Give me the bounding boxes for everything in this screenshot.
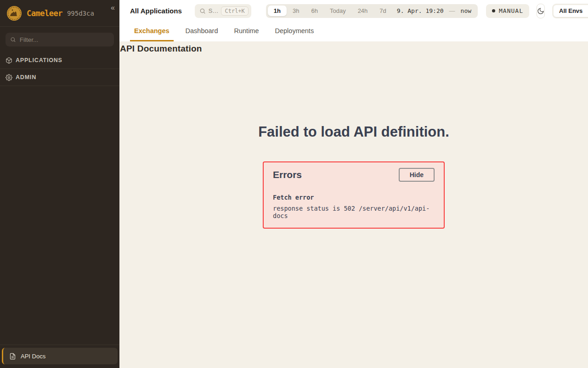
fail-title: Failed to load API definition. <box>119 124 588 140</box>
search-shortcut-badge: Ctrl+K <box>221 6 248 16</box>
dark-mode-toggle[interactable] <box>537 4 545 18</box>
refresh-mode-button[interactable]: MANUAL <box>486 4 529 18</box>
sidebar-item-applications[interactable]: APPLICATIONS <box>0 52 119 69</box>
sidebar-item-label: API Docs <box>21 353 45 360</box>
time-range-6h[interactable]: 6h <box>305 6 323 16</box>
error-message: response status is 502 /server/api/v1/ap… <box>273 205 435 219</box>
moon-icon <box>537 7 544 15</box>
sidebar-item-label: APPLICATIONS <box>16 57 62 63</box>
sidebar: Cameleer 995d3ca « APPLICATIONS ADMIN <box>0 0 119 368</box>
tab-dashboard[interactable]: Dashboard <box>181 27 222 41</box>
errors-panel: Errors Hide Fetch error response status … <box>263 161 445 229</box>
status-dot-icon <box>492 9 495 12</box>
search-icon <box>199 8 206 14</box>
env-selected-label: All Envs <box>559 7 582 14</box>
document-icon <box>9 353 16 360</box>
brand-name: Cameleer <box>27 9 62 18</box>
swagger-error-view: Failed to load API definition. Errors Hi… <box>119 124 588 229</box>
collapse-sidebar-icon[interactable]: « <box>111 4 115 12</box>
time-separator: — <box>448 7 456 14</box>
sidebar-header: Cameleer 995d3ca « <box>0 0 119 27</box>
search-placeholder: S… <box>209 7 219 14</box>
time-range-3h[interactable]: 3h <box>287 6 305 16</box>
time-range-1h[interactable]: 1h <box>268 6 287 16</box>
sidebar-item-admin[interactable]: ADMIN <box>0 69 119 86</box>
package-icon <box>6 57 12 64</box>
filter-input[interactable] <box>20 36 109 43</box>
topbar: All Applications S… Ctrl+K 1h 3h 6h Toda… <box>119 0 588 22</box>
env-selector-value: All Envs ▾ <box>554 5 588 17</box>
page-title: API Documentation <box>119 41 588 54</box>
brand-suffix: 995d3ca <box>67 10 94 17</box>
content-area: API Documentation Failed to load API def… <box>119 41 588 368</box>
scope-title: All Applications <box>130 7 182 15</box>
time-range-24h[interactable]: 24h <box>352 6 374 16</box>
time-from[interactable]: 9. Apr. 19:20 <box>392 7 448 14</box>
sidebar-filter[interactable] <box>6 33 114 46</box>
errors-heading: Errors <box>273 169 302 180</box>
cameleer-logo-icon <box>6 6 22 21</box>
search-icon <box>10 36 16 43</box>
main-area: All Applications S… Ctrl+K 1h 3h 6h Toda… <box>119 0 588 368</box>
error-name: Fetch error <box>273 194 435 201</box>
time-range-today[interactable]: Today <box>324 6 352 16</box>
gear-icon <box>6 74 12 81</box>
sidebar-item-api-docs[interactable]: API Docs <box>2 348 118 364</box>
refresh-mode-label: MANUAL <box>499 7 523 14</box>
tabs-bar: Exchanges Dashboard Runtime Deployments <box>119 22 588 41</box>
hide-errors-button[interactable]: Hide <box>399 168 435 182</box>
sidebar-item-label: ADMIN <box>16 74 36 80</box>
env-selector[interactable]: All Envs ▾ <box>552 4 588 18</box>
time-range-bar: 1h 3h 6h Today 24h 7d 9. Apr. 19:20 — no… <box>266 4 478 18</box>
time-to[interactable]: now <box>456 7 476 14</box>
tab-exchanges[interactable]: Exchanges <box>130 27 174 41</box>
tab-deployments[interactable]: Deployments <box>271 27 318 41</box>
global-search[interactable]: S… Ctrl+K <box>195 4 251 18</box>
tab-runtime[interactable]: Runtime <box>230 27 263 41</box>
time-range-7d[interactable]: 7d <box>373 6 392 16</box>
